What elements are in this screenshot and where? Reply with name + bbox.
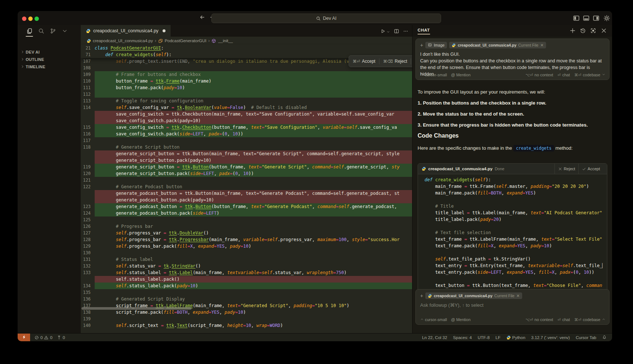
feedback-indicator[interactable]: 0 [57, 335, 65, 340]
tab-chat[interactable]: CHAT [418, 28, 430, 34]
accept-all-button[interactable]: ⌘⏎ Accept [349, 59, 379, 64]
code-block-filename[interactable]: creapodcast_UI_conmusica4.py [428, 167, 492, 171]
no-context-toggle[interactable]: ⌥⏎ no context [525, 73, 553, 77]
indentation[interactable]: Spaces: 4 [453, 335, 472, 340]
nav-back-button[interactable] [198, 14, 206, 22]
section-label: TIMELINE [26, 65, 46, 69]
status-bar: 0 0 0 Ln 22, Col 32 Spaces: 4 UTF-8 LF P… [18, 333, 612, 341]
expand-chat-button[interactable] [590, 28, 597, 34]
file-context-chip[interactable]: creapodcast_UI_conmusica4.py Current Fil… [425, 292, 522, 299]
user-message-card[interactable]: + Image creapodcast_UI_conmusica4.py Cur… [415, 39, 610, 80]
sidebar-section-timeline[interactable]: TIMELINE [18, 63, 81, 70]
chat-submit-mode[interactable]: ⏎ chat [557, 73, 570, 77]
play-icon [380, 28, 386, 34]
problems-indicator[interactable]: 0 0 [34, 335, 52, 340]
editor[interactable]: creapodcast_UI_conmusica4.py › PodcastGe… [81, 37, 412, 333]
command-center-search[interactable]: Dev AI [211, 14, 441, 23]
toggle-panel-button[interactable] [583, 15, 590, 22]
close-icon [601, 29, 607, 35]
breadcrumb-method[interactable]: __init__ [218, 39, 233, 43]
response-outro: Here are the specific changes to make in… [418, 144, 607, 152]
tab-creapodcast[interactable]: creapodcast_UI_conmusica4.py [81, 25, 171, 37]
source-control-icon[interactable] [48, 27, 57, 36]
code-line: 110 button_frame = ttk.Frame(main_frame) [81, 78, 412, 84]
settings-button[interactable] [603, 15, 610, 22]
code-line: 111 button_frame.pack(pady=10) [81, 84, 412, 91]
code-line: 123 generate_podcast_button = ttk.Button… [81, 203, 412, 210]
reject-code-button[interactable]: Reject [554, 164, 578, 174]
mention-button[interactable]: @ Mention [451, 73, 470, 77]
close-chat-button[interactable] [601, 28, 607, 34]
more-views-chevron-icon[interactable] [60, 27, 69, 36]
more-actions-icon[interactable] [403, 28, 408, 34]
mention-button[interactable]: @ Mention [451, 317, 470, 322]
run-button[interactable] [380, 28, 390, 34]
breadcrumb-file[interactable]: creapodcast_UI_conmusica4.py [93, 39, 153, 43]
code-line [425, 249, 607, 256]
suggested-code-block: creapodcast_UI_conmusica4.py Done Reject… [418, 163, 607, 291]
new-chat-button[interactable] [570, 28, 576, 34]
chat-input-card[interactable]: + creapodcast_UI_conmusica4.py Current F… [415, 289, 610, 325]
history-icon [580, 29, 586, 35]
maximize-window-button[interactable] [34, 17, 39, 21]
breadcrumb-class[interactable]: PodcastGeneratorGUI [165, 39, 207, 43]
python-interpreter[interactable]: 3.12.7 ('.venv': venv) [531, 335, 570, 340]
minimize-window-button[interactable] [28, 17, 33, 21]
chat-submit-mode[interactable]: ⏎ chat [557, 317, 570, 322]
notifications-bell[interactable] [602, 335, 607, 340]
section-label: DEV AI [26, 50, 40, 54]
code-line: generate_podcast_button.pack(pady=10) [81, 197, 412, 203]
code-line: # Title [425, 203, 607, 210]
cursor-tab-toggle[interactable]: Cursor Tab [576, 335, 596, 340]
chat-input-placeholder[interactable]: Ask followup (⌘Y), ↑ to select [420, 302, 605, 308]
section-label: OUTLINE [26, 57, 44, 62]
remove-chip-icon[interactable]: ✕ [540, 43, 543, 48]
model-selector[interactable]: cursor-small [420, 317, 447, 322]
code-line: 130 [81, 250, 412, 256]
search-view-icon[interactable] [37, 27, 46, 36]
editor-horizontal-scrollbar[interactable] [81, 307, 192, 310]
sidebar-section-devai[interactable]: DEV AI [18, 48, 81, 56]
no-context-toggle[interactable]: ⌥⏎ no context [525, 317, 553, 322]
split-editor-icon[interactable] [394, 28, 399, 34]
toggle-right-sidebar-button[interactable] [593, 15, 600, 22]
chat-history-button[interactable] [580, 28, 586, 34]
code-line: generate_podcast_button = ttk.Button(mai… [81, 190, 412, 197]
model-selector[interactable]: cursor-small [420, 73, 447, 77]
remote-indicator[interactable] [18, 334, 30, 342]
code-area[interactable]: 107 self.prompt_text.insert(END, "crea u… [81, 58, 412, 329]
codebase-submit-mode[interactable]: ⌘⏎ codebase [574, 317, 605, 322]
explorer-icon[interactable] [25, 27, 34, 36]
remove-chip-icon[interactable]: ✕ [516, 294, 520, 298]
file-context-chip[interactable]: creapodcast_UI_conmusica4.py Current Fil… [449, 42, 546, 48]
cursor-position[interactable]: Ln 22, Col 32 [422, 335, 447, 340]
response-intro: To improve the GUI layout as per your re… [418, 89, 607, 95]
code-block-content[interactable]: def create_widgets(self): main_frame = t… [418, 174, 607, 291]
sidebar-section-outline[interactable]: OUTLINE [18, 56, 81, 63]
accept-code-button[interactable]: Accept [578, 164, 603, 174]
add-context-button[interactable]: + [420, 293, 423, 298]
chevron-down-icon [420, 73, 424, 77]
code-line: self.text_file_path = tk.StringVar() [425, 256, 607, 262]
python-icon [86, 29, 91, 33]
code-line: 119 generate_script_button = ttk.Button(… [81, 164, 412, 170]
code-line: 131 # Status label [81, 256, 412, 263]
code-line: 116 save_config_switch.pack(side=LEFT, p… [81, 131, 412, 137]
add-context-button[interactable]: + [420, 43, 423, 48]
eol-selector[interactable]: LF [495, 335, 500, 340]
python-icon [428, 294, 432, 298]
close-window-button[interactable] [22, 17, 26, 21]
language-mode[interactable]: Python [506, 335, 525, 340]
plus-icon [570, 29, 576, 35]
response-heading: Code Changes [418, 132, 607, 139]
prev-diff-button[interactable] [411, 58, 412, 64]
toggle-left-sidebar-button[interactable] [573, 15, 580, 22]
encoding[interactable]: UTF-8 [478, 335, 490, 340]
reject-all-button[interactable]: ⌘⌫ Reject [379, 59, 411, 64]
code-line: 136 # Generated Script Display [81, 296, 412, 302]
response-item: 1. Position the buttons and the checkbox… [418, 100, 607, 106]
code-line: text_frame = ttk.LabelFrame(main_frame, … [425, 236, 607, 243]
image-chip[interactable]: Image [425, 42, 447, 48]
codebase-submit-mode[interactable]: ⌘⏎ codebase [574, 73, 605, 77]
unsaved-dot-icon[interactable] [163, 29, 165, 32]
